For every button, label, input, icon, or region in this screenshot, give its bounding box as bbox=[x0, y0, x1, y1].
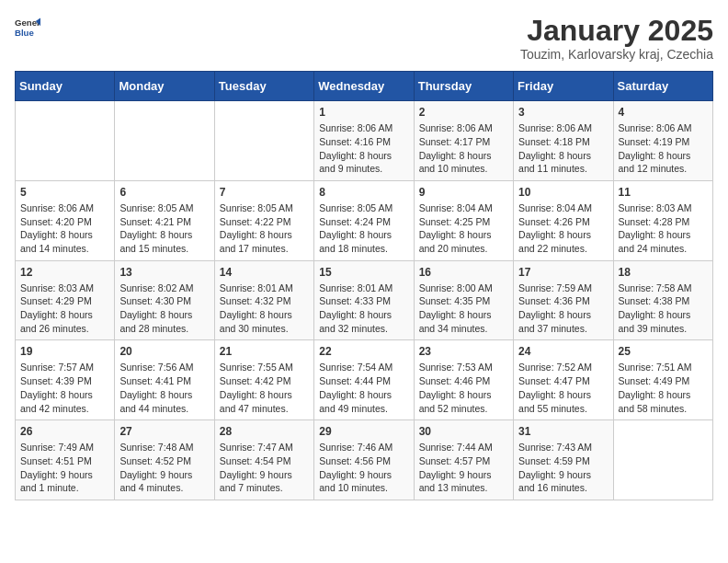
daylight-hours: Sunrise: 8:04 AM Sunset: 4:26 PM Dayligh… bbox=[518, 201, 608, 256]
svg-text:Blue: Blue bbox=[15, 28, 34, 38]
calendar-cell: 31Sunrise: 7:43 AM Sunset: 4:59 PM Dayli… bbox=[514, 420, 613, 500]
calendar-cell: 8Sunrise: 8:05 AM Sunset: 4:24 PM Daylig… bbox=[314, 180, 414, 260]
calendar-cell: 3Sunrise: 8:06 AM Sunset: 4:18 PM Daylig… bbox=[514, 101, 613, 181]
day-number: 26 bbox=[20, 425, 109, 438]
svg-text:General: General bbox=[15, 17, 40, 28]
col-header-wednesday: Wednesday bbox=[314, 72, 414, 101]
daylight-hours: Sunrise: 7:49 AM Sunset: 4:51 PM Dayligh… bbox=[20, 441, 109, 495]
calendar-cell bbox=[613, 420, 712, 500]
day-number: 29 bbox=[319, 425, 408, 438]
daylight-hours: Sunrise: 7:55 AM Sunset: 4:42 PM Dayligh… bbox=[220, 361, 309, 415]
daylight-hours: Sunrise: 7:51 AM Sunset: 4:49 PM Dayligh… bbox=[619, 361, 708, 415]
daylight-hours: Sunrise: 8:05 AM Sunset: 4:21 PM Dayligh… bbox=[119, 201, 209, 256]
calendar-cell: 17Sunrise: 7:59 AM Sunset: 4:36 PM Dayli… bbox=[514, 260, 613, 340]
calendar-cell: 30Sunrise: 7:44 AM Sunset: 4:57 PM Dayli… bbox=[414, 420, 513, 500]
calendar-cell: 5Sunrise: 8:06 AM Sunset: 4:20 PM Daylig… bbox=[16, 180, 115, 260]
day-number: 11 bbox=[619, 186, 708, 199]
calendar-table: SundayMondayTuesdayWednesdayThursdayFrid… bbox=[15, 71, 713, 500]
day-number: 16 bbox=[419, 266, 508, 279]
col-header-saturday: Saturday bbox=[613, 72, 712, 101]
calendar-week-4: 19Sunrise: 7:57 AM Sunset: 4:39 PM Dayli… bbox=[16, 340, 713, 420]
col-header-monday: Monday bbox=[115, 72, 214, 101]
location-title: Touzim, Karlovarsky kraj, Czechia bbox=[520, 47, 713, 62]
calendar-cell bbox=[115, 101, 214, 181]
calendar-cell: 11Sunrise: 8:03 AM Sunset: 4:28 PM Dayli… bbox=[613, 180, 712, 260]
daylight-hours: Sunrise: 8:05 AM Sunset: 4:24 PM Dayligh… bbox=[319, 201, 408, 256]
day-number: 23 bbox=[419, 345, 508, 358]
day-number: 3 bbox=[518, 106, 608, 119]
daylight-hours: Sunrise: 7:43 AM Sunset: 4:59 PM Dayligh… bbox=[518, 441, 608, 495]
daylight-hours: Sunrise: 8:06 AM Sunset: 4:18 PM Dayligh… bbox=[518, 121, 608, 176]
calendar-cell: 9Sunrise: 8:04 AM Sunset: 4:25 PM Daylig… bbox=[414, 180, 513, 260]
calendar-cell bbox=[214, 101, 313, 181]
daylight-hours: Sunrise: 7:47 AM Sunset: 4:54 PM Dayligh… bbox=[220, 441, 309, 495]
day-number: 27 bbox=[119, 425, 209, 438]
calendar-cell: 16Sunrise: 8:00 AM Sunset: 4:35 PM Dayli… bbox=[414, 260, 513, 340]
daylight-hours: Sunrise: 8:06 AM Sunset: 4:19 PM Dayligh… bbox=[619, 121, 708, 176]
calendar-cell: 12Sunrise: 8:03 AM Sunset: 4:29 PM Dayli… bbox=[16, 260, 115, 340]
calendar-cell: 18Sunrise: 7:58 AM Sunset: 4:38 PM Dayli… bbox=[613, 260, 712, 340]
day-number: 14 bbox=[220, 266, 309, 279]
calendar-cell: 14Sunrise: 8:01 AM Sunset: 4:32 PM Dayli… bbox=[214, 260, 313, 340]
daylight-hours: Sunrise: 7:56 AM Sunset: 4:41 PM Dayligh… bbox=[119, 361, 209, 415]
calendar-week-1: 1Sunrise: 8:06 AM Sunset: 4:16 PM Daylig… bbox=[16, 101, 713, 181]
day-number: 4 bbox=[619, 106, 708, 119]
calendar-week-3: 12Sunrise: 8:03 AM Sunset: 4:29 PM Dayli… bbox=[16, 260, 713, 340]
calendar-week-5: 26Sunrise: 7:49 AM Sunset: 4:51 PM Dayli… bbox=[16, 420, 713, 500]
calendar-cell: 2Sunrise: 8:06 AM Sunset: 4:17 PM Daylig… bbox=[414, 101, 513, 181]
day-number: 28 bbox=[220, 425, 309, 438]
day-number: 9 bbox=[419, 186, 508, 199]
day-number: 31 bbox=[518, 425, 608, 438]
daylight-hours: Sunrise: 7:58 AM Sunset: 4:38 PM Dayligh… bbox=[619, 282, 708, 336]
calendar-cell: 13Sunrise: 8:02 AM Sunset: 4:30 PM Dayli… bbox=[115, 260, 214, 340]
col-header-tuesday: Tuesday bbox=[214, 72, 313, 101]
day-number: 25 bbox=[619, 345, 708, 358]
day-number: 17 bbox=[518, 266, 608, 279]
logo-icon: General Blue bbox=[15, 15, 40, 40]
daylight-hours: Sunrise: 8:01 AM Sunset: 4:33 PM Dayligh… bbox=[319, 282, 408, 336]
calendar-cell: 1Sunrise: 8:06 AM Sunset: 4:16 PM Daylig… bbox=[314, 101, 414, 181]
daylight-hours: Sunrise: 8:03 AM Sunset: 4:28 PM Dayligh… bbox=[619, 201, 708, 256]
calendar-cell: 7Sunrise: 8:05 AM Sunset: 4:22 PM Daylig… bbox=[214, 180, 313, 260]
day-number: 15 bbox=[319, 266, 408, 279]
calendar-cell: 19Sunrise: 7:57 AM Sunset: 4:39 PM Dayli… bbox=[16, 340, 115, 420]
daylight-hours: Sunrise: 8:02 AM Sunset: 4:30 PM Dayligh… bbox=[119, 282, 209, 336]
page-header: General Blue January 2025 Touzim, Karlov… bbox=[15, 15, 713, 62]
col-header-sunday: Sunday bbox=[16, 72, 115, 101]
daylight-hours: Sunrise: 7:44 AM Sunset: 4:57 PM Dayligh… bbox=[419, 441, 508, 495]
day-number: 8 bbox=[319, 186, 408, 199]
day-number: 10 bbox=[518, 186, 608, 199]
col-header-thursday: Thursday bbox=[414, 72, 513, 101]
logo: General Blue bbox=[15, 15, 40, 40]
month-title: January 2025 bbox=[520, 15, 713, 47]
calendar-cell: 28Sunrise: 7:47 AM Sunset: 4:54 PM Dayli… bbox=[214, 420, 313, 500]
day-number: 18 bbox=[619, 266, 708, 279]
daylight-hours: Sunrise: 8:06 AM Sunset: 4:16 PM Dayligh… bbox=[319, 121, 408, 176]
day-number: 1 bbox=[319, 106, 408, 119]
day-number: 20 bbox=[119, 345, 209, 358]
daylight-hours: Sunrise: 8:03 AM Sunset: 4:29 PM Dayligh… bbox=[20, 282, 109, 336]
col-header-friday: Friday bbox=[514, 72, 613, 101]
daylight-hours: Sunrise: 8:01 AM Sunset: 4:32 PM Dayligh… bbox=[220, 282, 309, 336]
calendar-cell: 20Sunrise: 7:56 AM Sunset: 4:41 PM Dayli… bbox=[115, 340, 214, 420]
day-number: 24 bbox=[518, 345, 608, 358]
day-number: 30 bbox=[419, 425, 508, 438]
day-number: 19 bbox=[20, 345, 109, 358]
day-number: 21 bbox=[220, 345, 309, 358]
calendar-week-2: 5Sunrise: 8:06 AM Sunset: 4:20 PM Daylig… bbox=[16, 180, 713, 260]
day-number: 6 bbox=[119, 186, 209, 199]
daylight-hours: Sunrise: 7:54 AM Sunset: 4:44 PM Dayligh… bbox=[319, 361, 408, 415]
calendar-cell: 10Sunrise: 8:04 AM Sunset: 4:26 PM Dayli… bbox=[514, 180, 613, 260]
calendar-cell: 23Sunrise: 7:53 AM Sunset: 4:46 PM Dayli… bbox=[414, 340, 513, 420]
daylight-hours: Sunrise: 8:00 AM Sunset: 4:35 PM Dayligh… bbox=[419, 282, 508, 336]
day-number: 2 bbox=[419, 106, 508, 119]
daylight-hours: Sunrise: 7:57 AM Sunset: 4:39 PM Dayligh… bbox=[20, 361, 109, 415]
day-number: 7 bbox=[220, 186, 309, 199]
daylight-hours: Sunrise: 7:46 AM Sunset: 4:56 PM Dayligh… bbox=[319, 441, 408, 495]
day-number: 22 bbox=[319, 345, 408, 358]
calendar-cell: 6Sunrise: 8:05 AM Sunset: 4:21 PM Daylig… bbox=[115, 180, 214, 260]
daylight-hours: Sunrise: 7:52 AM Sunset: 4:47 PM Dayligh… bbox=[518, 361, 608, 415]
calendar-cell: 15Sunrise: 8:01 AM Sunset: 4:33 PM Dayli… bbox=[314, 260, 414, 340]
calendar-cell: 25Sunrise: 7:51 AM Sunset: 4:49 PM Dayli… bbox=[613, 340, 712, 420]
calendar-cell: 21Sunrise: 7:55 AM Sunset: 4:42 PM Dayli… bbox=[214, 340, 313, 420]
